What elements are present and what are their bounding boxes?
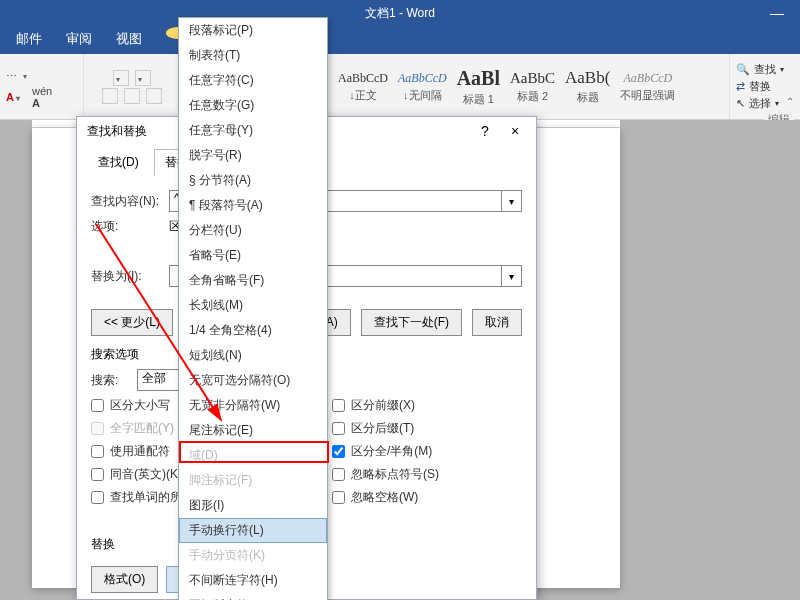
options-label: 选项: <box>91 218 163 235</box>
dialog-help-button[interactable]: ? <box>470 123 500 139</box>
tab-mail[interactable]: 邮件 <box>4 24 54 54</box>
special-menu-item[interactable]: 不间断连字符(H) <box>179 568 327 593</box>
styles-gallery[interactable]: AaBbCcD↓正文 AaBbCcD↓无间隔 AaBl标题 1 AaBbC标题 … <box>330 54 730 119</box>
special-menu-item[interactable]: 任意数字(G) <box>179 93 327 118</box>
tab-view[interactable]: 视图 <box>104 24 154 54</box>
chk-prefix[interactable]: 区分前缀(X) <box>332 397 439 414</box>
special-menu-item[interactable]: 省略号(E) <box>179 243 327 268</box>
align-button[interactable] <box>102 88 118 104</box>
special-menu-item[interactable]: 不间断空格(S) <box>179 593 327 600</box>
special-menu-item[interactable]: 任意字符(C) <box>179 68 327 93</box>
special-menu-item[interactable]: ¶ 段落符号(A) <box>179 193 327 218</box>
cursor-icon: ↖ <box>736 97 745 110</box>
align-button-2[interactable] <box>124 88 140 104</box>
ribbon-tabs: 邮件 审阅 视图 搜… <box>0 26 800 54</box>
special-menu-item[interactable]: 尾注标记(E) <box>179 418 327 443</box>
less-button[interactable]: << 更少(L) <box>91 309 173 336</box>
collapse-ribbon-icon[interactable]: ⌃ <box>786 96 794 107</box>
special-menu-item: 脚注标记(F) <box>179 468 327 493</box>
title-bar: 文档1 - Word — <box>0 0 800 26</box>
special-menu-item: 域(D) <box>179 443 327 468</box>
special-menu-item[interactable]: 分栏符(U) <box>179 218 327 243</box>
chk-fullhalf[interactable]: 区分全/半角(M) <box>332 443 439 460</box>
special-menu-item[interactable]: 段落标记(P) <box>179 18 327 43</box>
replace-icon: ⇄ <box>736 80 745 93</box>
special-menu-item[interactable]: 长划线(M) <box>179 293 327 318</box>
font-tools-row: A wénA <box>6 88 77 106</box>
cancel-button[interactable]: 取消 <box>472 309 522 336</box>
chk-ignore-punct[interactable]: 忽略标点符号(S) <box>332 466 439 483</box>
style-title[interactable]: AaBb(标题 <box>563 64 612 109</box>
style-normal[interactable]: AaBbCcD↓正文 <box>336 67 390 107</box>
bullets-button[interactable] <box>113 70 129 86</box>
special-menu-item[interactable]: 全角省略号(F) <box>179 268 327 293</box>
special-menu-item[interactable]: 手动换行符(L) <box>179 518 327 543</box>
special-menu-item[interactable]: 无宽可选分隔符(O) <box>179 368 327 393</box>
search-icon: 🔍 <box>736 63 750 76</box>
find-next-button[interactable]: 查找下一处(F) <box>361 309 462 336</box>
tab-find[interactable]: 查找(D) <box>87 149 150 176</box>
replace-button[interactable]: ⇄替换 <box>736 79 794 94</box>
special-menu-item[interactable]: 制表符(T) <box>179 43 327 68</box>
special-menu-item[interactable]: § 分节符(A) <box>179 168 327 193</box>
special-menu-item[interactable]: 任意字母(Y) <box>179 118 327 143</box>
style-no-spacing[interactable]: AaBbCcD↓无间隔 <box>396 67 449 107</box>
chk-ignore-space[interactable]: 忽略空格(W) <box>332 489 439 506</box>
find-what-label: 查找内容(N): <box>91 193 163 210</box>
find-button[interactable]: 🔍查找 ▾ <box>736 62 794 77</box>
search-scope-label: 搜索: <box>91 372 131 389</box>
style-heading2[interactable]: AaBbC标题 2 <box>508 66 557 108</box>
ribbon: ⋯ A wénA AaBbCcD↓正文 AaBbCcD↓无间隔 AaBl标题 1… <box>0 54 800 120</box>
chevron-down-icon[interactable]: ▾ <box>501 191 521 211</box>
style-subtle[interactable]: AaBbCcD不明显强调 <box>618 67 677 107</box>
chk-whole-word: 全字匹配(Y) <box>91 420 182 437</box>
tab-review[interactable]: 审阅 <box>54 24 104 54</box>
ribbon-group-editing: 🔍查找 ▾ ⇄替换 ↖选择 ▾ <box>730 54 800 119</box>
special-menu-item[interactable]: 图形(I) <box>179 493 327 518</box>
special-menu-item: 手动分页符(K) <box>179 543 327 568</box>
special-menu-item[interactable]: 1/4 全角空格(4) <box>179 318 327 343</box>
chk-suffix[interactable]: 区分后缀(T) <box>332 420 439 437</box>
special-menu-item[interactable]: 短划线(N) <box>179 343 327 368</box>
format-button[interactable]: 格式(O) <box>91 566 158 593</box>
chk-match-case[interactable]: 区分大小写 <box>91 397 182 414</box>
font-dropdown[interactable]: ⋯ <box>6 68 77 86</box>
ribbon-group-paragraph <box>84 54 180 119</box>
special-menu-item[interactable]: 无宽非分隔符(W) <box>179 393 327 418</box>
minimize-button[interactable]: — <box>754 0 800 26</box>
chk-sounds-like[interactable]: 同音(英文)(K <box>91 466 182 483</box>
window-title: 文档1 - Word <box>365 5 435 22</box>
numbering-button[interactable] <box>135 70 151 86</box>
special-characters-menu: 段落标记(P)制表符(T)任意字符(C)任意数字(G)任意字母(Y)脱字号(R)… <box>178 17 328 600</box>
dialog-title-text: 查找和替换 <box>87 123 147 140</box>
window-controls: — <box>754 0 800 26</box>
dialog-close-button[interactable]: × <box>500 123 530 139</box>
font-color-button[interactable]: A <box>6 91 20 103</box>
style-heading1[interactable]: AaBl标题 1 <box>455 63 502 111</box>
chevron-down-icon[interactable]: ▾ <box>501 266 521 286</box>
align-button-3[interactable] <box>146 88 162 104</box>
replace-with-label: 替换为(I): <box>91 268 163 285</box>
phonetic-guide-button[interactable]: wénA <box>32 85 52 109</box>
special-menu-item[interactable]: 脱字号(R) <box>179 143 327 168</box>
ribbon-group-font: ⋯ A wénA <box>0 54 84 119</box>
chk-wildcards[interactable]: 使用通配符 <box>91 443 182 460</box>
chk-word-forms[interactable]: 查找单词的所 <box>91 489 182 506</box>
